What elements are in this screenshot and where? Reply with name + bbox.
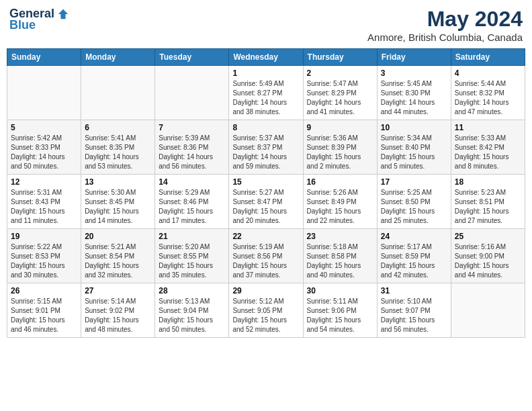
calendar-cell: 30Sunrise: 5:11 AM Sunset: 9:06 PM Dayli… [303,283,377,338]
day-number: 12 [11,177,77,187]
calendar-week-row: 1Sunrise: 5:49 AM Sunset: 8:27 PM Daylig… [7,66,525,120]
calendar-cell: 28Sunrise: 5:13 AM Sunset: 9:04 PM Dayli… [155,283,229,338]
day-number: 15 [232,177,299,187]
cell-content: Sunrise: 5:27 AM Sunset: 8:47 PM Dayligh… [232,188,299,226]
day-number: 25 [455,232,521,241]
cell-content: Sunrise: 5:47 AM Sunset: 8:29 PM Dayligh… [307,79,373,117]
calendar-cell: 3Sunrise: 5:45 AM Sunset: 8:30 PM Daylig… [377,66,451,120]
calendar-cell: 2Sunrise: 5:47 AM Sunset: 8:29 PM Daylig… [303,66,377,120]
day-number: 14 [159,177,225,187]
cell-content: Sunrise: 5:37 AM Sunset: 8:37 PM Dayligh… [232,134,299,171]
calendar-cell: 16Sunrise: 5:26 AM Sunset: 8:49 PM Dayli… [303,175,377,229]
cell-content: Sunrise: 5:11 AM Sunset: 9:06 PM Dayligh… [307,297,373,334]
day-number: 17 [381,177,447,187]
calendar-cell: 17Sunrise: 5:25 AM Sunset: 8:50 PM Dayli… [377,175,451,229]
calendar-cell [7,66,81,120]
calendar-week-row: 26Sunrise: 5:15 AM Sunset: 9:01 PM Dayli… [7,283,525,338]
cell-content: Sunrise: 5:49 AM Sunset: 8:27 PM Dayligh… [232,79,299,117]
cell-content: Sunrise: 5:16 AM Sunset: 9:00 PM Dayligh… [455,242,521,280]
day-number: 28 [159,286,225,295]
cell-content: Sunrise: 5:30 AM Sunset: 8:45 PM Dayligh… [85,188,151,226]
cell-content: Sunrise: 5:26 AM Sunset: 8:49 PM Dayligh… [307,188,373,226]
cell-content: Sunrise: 5:14 AM Sunset: 9:02 PM Dayligh… [85,297,151,334]
calendar-cell [451,283,525,338]
day-of-week-header: Friday [377,49,451,66]
calendar-cell [81,66,155,120]
cell-content: Sunrise: 5:18 AM Sunset: 8:58 PM Dayligh… [307,242,373,280]
calendar-cell: 11Sunrise: 5:33 AM Sunset: 8:42 PM Dayli… [451,120,525,175]
day-number: 19 [11,232,77,241]
calendar-cell: 23Sunrise: 5:18 AM Sunset: 8:58 PM Dayli… [303,229,377,283]
month-title: May 2024 [367,7,523,32]
day-number: 18 [455,177,521,187]
page-header: General Blue May 2024 Anmore, British Co… [7,7,525,43]
cell-content: Sunrise: 5:21 AM Sunset: 8:54 PM Dayligh… [85,242,151,280]
day-number: 2 [307,68,373,78]
calendar-cell: 7Sunrise: 5:39 AM Sunset: 8:36 PM Daylig… [155,120,229,175]
cell-content: Sunrise: 5:19 AM Sunset: 8:56 PM Dayligh… [232,242,299,280]
calendar-cell: 10Sunrise: 5:34 AM Sunset: 8:40 PM Dayli… [377,120,451,175]
day-of-week-header: Tuesday [155,49,229,66]
cell-content: Sunrise: 5:42 AM Sunset: 8:33 PM Dayligh… [11,134,77,171]
cell-content: Sunrise: 5:39 AM Sunset: 8:36 PM Dayligh… [159,134,225,171]
day-number: 26 [11,286,77,295]
logo: General Blue [9,7,69,32]
cell-content: Sunrise: 5:15 AM Sunset: 9:01 PM Dayligh… [11,297,77,334]
svg-marker-0 [58,9,68,18]
day-number: 1 [232,68,299,78]
day-number: 23 [307,232,373,241]
cell-content: Sunrise: 5:17 AM Sunset: 8:59 PM Dayligh… [381,242,447,280]
day-number: 21 [159,232,225,241]
calendar-cell: 1Sunrise: 5:49 AM Sunset: 8:27 PM Daylig… [229,66,303,120]
day-number: 27 [85,286,151,295]
day-number: 10 [381,123,447,132]
day-number: 4 [455,68,521,78]
calendar-week-row: 5Sunrise: 5:42 AM Sunset: 8:33 PM Daylig… [7,120,525,175]
calendar-cell: 12Sunrise: 5:31 AM Sunset: 8:43 PM Dayli… [7,175,81,229]
logo-icon [57,8,69,20]
day-number: 30 [307,286,373,295]
day-number: 11 [455,123,521,132]
calendar-cell: 18Sunrise: 5:23 AM Sunset: 8:51 PM Dayli… [451,175,525,229]
cell-content: Sunrise: 5:23 AM Sunset: 8:51 PM Dayligh… [455,188,521,226]
cell-content: Sunrise: 5:10 AM Sunset: 9:07 PM Dayligh… [381,297,447,334]
cell-content: Sunrise: 5:29 AM Sunset: 8:46 PM Dayligh… [159,188,225,226]
day-of-week-header: Monday [81,49,155,66]
day-of-week-header: Saturday [451,49,525,66]
calendar-cell: 19Sunrise: 5:22 AM Sunset: 8:53 PM Dayli… [7,229,81,283]
cell-content: Sunrise: 5:36 AM Sunset: 8:39 PM Dayligh… [307,134,373,171]
day-number: 8 [232,123,299,132]
calendar-cell: 26Sunrise: 5:15 AM Sunset: 9:01 PM Dayli… [7,283,81,338]
day-number: 24 [381,232,447,241]
day-of-week-header: Wednesday [229,49,303,66]
calendar-cell: 5Sunrise: 5:42 AM Sunset: 8:33 PM Daylig… [7,120,81,175]
day-of-week-header: Thursday [303,49,377,66]
calendar-cell: 14Sunrise: 5:29 AM Sunset: 8:46 PM Dayli… [155,175,229,229]
day-number: 9 [307,123,373,132]
day-number: 29 [232,286,299,295]
cell-content: Sunrise: 5:45 AM Sunset: 8:30 PM Dayligh… [381,79,447,117]
calendar-cell: 24Sunrise: 5:17 AM Sunset: 8:59 PM Dayli… [377,229,451,283]
calendar-cell: 13Sunrise: 5:30 AM Sunset: 8:45 PM Dayli… [81,175,155,229]
day-number: 31 [381,286,447,295]
day-number: 13 [85,177,151,187]
cell-content: Sunrise: 5:31 AM Sunset: 8:43 PM Dayligh… [11,188,77,226]
calendar-cell: 21Sunrise: 5:20 AM Sunset: 8:55 PM Dayli… [155,229,229,283]
cell-content: Sunrise: 5:44 AM Sunset: 8:32 PM Dayligh… [455,79,521,117]
calendar-cell: 25Sunrise: 5:16 AM Sunset: 9:00 PM Dayli… [451,229,525,283]
calendar-cell: 4Sunrise: 5:44 AM Sunset: 8:32 PM Daylig… [451,66,525,120]
calendar-cell: 15Sunrise: 5:27 AM Sunset: 8:47 PM Dayli… [229,175,303,229]
day-number: 6 [85,123,151,132]
calendar-table: SundayMondayTuesdayWednesdayThursdayFrid… [7,48,525,338]
cell-content: Sunrise: 5:13 AM Sunset: 9:04 PM Dayligh… [159,297,225,334]
calendar-cell: 20Sunrise: 5:21 AM Sunset: 8:54 PM Dayli… [81,229,155,283]
cell-content: Sunrise: 5:34 AM Sunset: 8:40 PM Dayligh… [381,134,447,171]
calendar-cell: 29Sunrise: 5:12 AM Sunset: 9:05 PM Dayli… [229,283,303,338]
calendar-cell: 8Sunrise: 5:37 AM Sunset: 8:37 PM Daylig… [229,120,303,175]
cell-content: Sunrise: 5:22 AM Sunset: 8:53 PM Dayligh… [11,242,77,280]
cell-content: Sunrise: 5:41 AM Sunset: 8:35 PM Dayligh… [85,134,151,171]
day-of-week-header: Sunday [7,49,81,66]
calendar-cell: 22Sunrise: 5:19 AM Sunset: 8:56 PM Dayli… [229,229,303,283]
calendar-cell: 31Sunrise: 5:10 AM Sunset: 9:07 PM Dayli… [377,283,451,338]
cell-content: Sunrise: 5:20 AM Sunset: 8:55 PM Dayligh… [159,242,225,280]
